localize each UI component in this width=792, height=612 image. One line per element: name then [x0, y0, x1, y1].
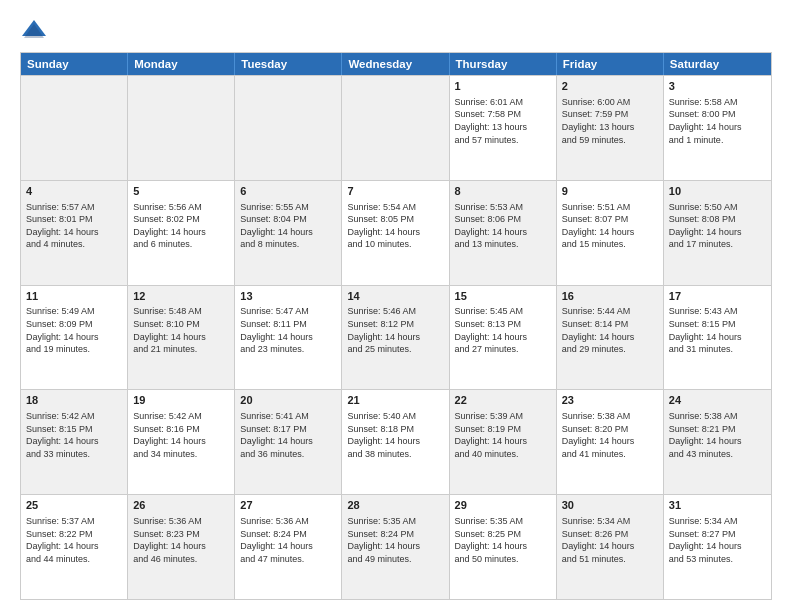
calendar-cell: 24Sunrise: 5:38 AM Sunset: 8:21 PM Dayli… [664, 390, 771, 494]
day-number: 10 [669, 184, 766, 199]
header-cell-wednesday: Wednesday [342, 53, 449, 75]
day-number: 22 [455, 393, 551, 408]
cell-info: Sunrise: 5:47 AM Sunset: 8:11 PM Dayligh… [240, 305, 336, 355]
header-cell-friday: Friday [557, 53, 664, 75]
cell-info: Sunrise: 5:44 AM Sunset: 8:14 PM Dayligh… [562, 305, 658, 355]
day-number: 27 [240, 498, 336, 513]
cell-info: Sunrise: 6:01 AM Sunset: 7:58 PM Dayligh… [455, 96, 551, 146]
calendar-cell: 27Sunrise: 5:36 AM Sunset: 8:24 PM Dayli… [235, 495, 342, 599]
calendar-cell: 16Sunrise: 5:44 AM Sunset: 8:14 PM Dayli… [557, 286, 664, 390]
calendar-cell: 14Sunrise: 5:46 AM Sunset: 8:12 PM Dayli… [342, 286, 449, 390]
day-number: 30 [562, 498, 658, 513]
day-number: 29 [455, 498, 551, 513]
calendar-cell: 31Sunrise: 5:34 AM Sunset: 8:27 PM Dayli… [664, 495, 771, 599]
cell-info: Sunrise: 5:55 AM Sunset: 8:04 PM Dayligh… [240, 201, 336, 251]
day-number: 16 [562, 289, 658, 304]
cell-info: Sunrise: 5:43 AM Sunset: 8:15 PM Dayligh… [669, 305, 766, 355]
page: SundayMondayTuesdayWednesdayThursdayFrid… [0, 0, 792, 612]
day-number: 9 [562, 184, 658, 199]
day-number: 19 [133, 393, 229, 408]
day-number: 13 [240, 289, 336, 304]
cell-info: Sunrise: 5:56 AM Sunset: 8:02 PM Dayligh… [133, 201, 229, 251]
calendar-cell: 10Sunrise: 5:50 AM Sunset: 8:08 PM Dayli… [664, 181, 771, 285]
cell-info: Sunrise: 5:46 AM Sunset: 8:12 PM Dayligh… [347, 305, 443, 355]
cell-info: Sunrise: 5:40 AM Sunset: 8:18 PM Dayligh… [347, 410, 443, 460]
calendar-cell: 15Sunrise: 5:45 AM Sunset: 8:13 PM Dayli… [450, 286, 557, 390]
calendar-cell: 21Sunrise: 5:40 AM Sunset: 8:18 PM Dayli… [342, 390, 449, 494]
cell-info: Sunrise: 5:57 AM Sunset: 8:01 PM Dayligh… [26, 201, 122, 251]
day-number: 15 [455, 289, 551, 304]
calendar-cell: 1Sunrise: 6:01 AM Sunset: 7:58 PM Daylig… [450, 76, 557, 180]
calendar-row-5: 25Sunrise: 5:37 AM Sunset: 8:22 PM Dayli… [21, 494, 771, 599]
day-number: 8 [455, 184, 551, 199]
cell-info: Sunrise: 5:53 AM Sunset: 8:06 PM Dayligh… [455, 201, 551, 251]
calendar-cell: 12Sunrise: 5:48 AM Sunset: 8:10 PM Dayli… [128, 286, 235, 390]
day-number: 23 [562, 393, 658, 408]
day-number: 1 [455, 79, 551, 94]
day-number: 26 [133, 498, 229, 513]
cell-info: Sunrise: 5:39 AM Sunset: 8:19 PM Dayligh… [455, 410, 551, 460]
calendar-cell: 22Sunrise: 5:39 AM Sunset: 8:19 PM Dayli… [450, 390, 557, 494]
calendar-cell: 26Sunrise: 5:36 AM Sunset: 8:23 PM Dayli… [128, 495, 235, 599]
calendar-cell: 29Sunrise: 5:35 AM Sunset: 8:25 PM Dayli… [450, 495, 557, 599]
day-number: 3 [669, 79, 766, 94]
day-number: 7 [347, 184, 443, 199]
logo [20, 16, 52, 44]
calendar-body: 1Sunrise: 6:01 AM Sunset: 7:58 PM Daylig… [21, 75, 771, 599]
calendar-cell: 25Sunrise: 5:37 AM Sunset: 8:22 PM Dayli… [21, 495, 128, 599]
day-number: 20 [240, 393, 336, 408]
calendar-cell: 8Sunrise: 5:53 AM Sunset: 8:06 PM Daylig… [450, 181, 557, 285]
calendar-cell: 2Sunrise: 6:00 AM Sunset: 7:59 PM Daylig… [557, 76, 664, 180]
calendar-cell: 4Sunrise: 5:57 AM Sunset: 8:01 PM Daylig… [21, 181, 128, 285]
calendar-cell: 11Sunrise: 5:49 AM Sunset: 8:09 PM Dayli… [21, 286, 128, 390]
calendar-cell: 23Sunrise: 5:38 AM Sunset: 8:20 PM Dayli… [557, 390, 664, 494]
calendar-cell [235, 76, 342, 180]
header-cell-sunday: Sunday [21, 53, 128, 75]
header-cell-monday: Monday [128, 53, 235, 75]
cell-info: Sunrise: 5:45 AM Sunset: 8:13 PM Dayligh… [455, 305, 551, 355]
cell-info: Sunrise: 5:34 AM Sunset: 8:26 PM Dayligh… [562, 515, 658, 565]
cell-info: Sunrise: 5:54 AM Sunset: 8:05 PM Dayligh… [347, 201, 443, 251]
day-number: 12 [133, 289, 229, 304]
calendar-cell: 13Sunrise: 5:47 AM Sunset: 8:11 PM Dayli… [235, 286, 342, 390]
day-number: 4 [26, 184, 122, 199]
calendar-cell [128, 76, 235, 180]
calendar-cell: 5Sunrise: 5:56 AM Sunset: 8:02 PM Daylig… [128, 181, 235, 285]
calendar-cell: 19Sunrise: 5:42 AM Sunset: 8:16 PM Dayli… [128, 390, 235, 494]
calendar-row-2: 4Sunrise: 5:57 AM Sunset: 8:01 PM Daylig… [21, 180, 771, 285]
cell-info: Sunrise: 5:36 AM Sunset: 8:24 PM Dayligh… [240, 515, 336, 565]
calendar-cell: 6Sunrise: 5:55 AM Sunset: 8:04 PM Daylig… [235, 181, 342, 285]
calendar-cell: 30Sunrise: 5:34 AM Sunset: 8:26 PM Dayli… [557, 495, 664, 599]
day-number: 21 [347, 393, 443, 408]
day-number: 25 [26, 498, 122, 513]
day-number: 24 [669, 393, 766, 408]
day-number: 18 [26, 393, 122, 408]
header-cell-tuesday: Tuesday [235, 53, 342, 75]
day-number: 6 [240, 184, 336, 199]
day-number: 28 [347, 498, 443, 513]
cell-info: Sunrise: 5:38 AM Sunset: 8:21 PM Dayligh… [669, 410, 766, 460]
header [20, 16, 772, 44]
cell-info: Sunrise: 5:42 AM Sunset: 8:16 PM Dayligh… [133, 410, 229, 460]
calendar-cell: 17Sunrise: 5:43 AM Sunset: 8:15 PM Dayli… [664, 286, 771, 390]
cell-info: Sunrise: 5:36 AM Sunset: 8:23 PM Dayligh… [133, 515, 229, 565]
calendar-cell [21, 76, 128, 180]
day-number: 2 [562, 79, 658, 94]
cell-info: Sunrise: 6:00 AM Sunset: 7:59 PM Dayligh… [562, 96, 658, 146]
cell-info: Sunrise: 5:51 AM Sunset: 8:07 PM Dayligh… [562, 201, 658, 251]
day-number: 14 [347, 289, 443, 304]
calendar-cell [342, 76, 449, 180]
day-number: 11 [26, 289, 122, 304]
calendar-header: SundayMondayTuesdayWednesdayThursdayFrid… [21, 53, 771, 75]
header-cell-thursday: Thursday [450, 53, 557, 75]
day-number: 17 [669, 289, 766, 304]
cell-info: Sunrise: 5:49 AM Sunset: 8:09 PM Dayligh… [26, 305, 122, 355]
cell-info: Sunrise: 5:37 AM Sunset: 8:22 PM Dayligh… [26, 515, 122, 565]
cell-info: Sunrise: 5:42 AM Sunset: 8:15 PM Dayligh… [26, 410, 122, 460]
header-cell-saturday: Saturday [664, 53, 771, 75]
cell-info: Sunrise: 5:34 AM Sunset: 8:27 PM Dayligh… [669, 515, 766, 565]
calendar-row-1: 1Sunrise: 6:01 AM Sunset: 7:58 PM Daylig… [21, 75, 771, 180]
calendar-row-4: 18Sunrise: 5:42 AM Sunset: 8:15 PM Dayli… [21, 389, 771, 494]
calendar-cell: 9Sunrise: 5:51 AM Sunset: 8:07 PM Daylig… [557, 181, 664, 285]
calendar-cell: 7Sunrise: 5:54 AM Sunset: 8:05 PM Daylig… [342, 181, 449, 285]
